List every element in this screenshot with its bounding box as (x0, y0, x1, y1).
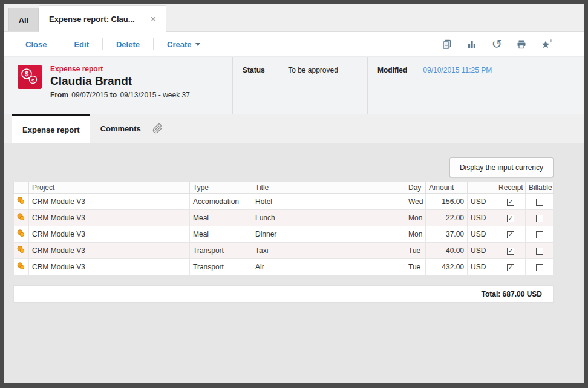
cell-amount: 432.00 (426, 259, 468, 275)
tab-expense-report[interactable]: Expense report: Clau... × (39, 5, 166, 32)
cell-type: Transport (190, 243, 252, 259)
cell-type: Meal (190, 210, 252, 226)
tab-all[interactable]: All (8, 8, 39, 31)
cell-amount: 37.00 (426, 226, 468, 243)
column-header-type[interactable]: Type (190, 182, 252, 194)
cell-currency: USD (468, 226, 495, 243)
receipt-checkbox[interactable] (507, 215, 514, 222)
cell-day: Tue (405, 259, 426, 275)
tab-all-label: All (19, 16, 29, 25)
column-header-receipt[interactable]: Receipt (495, 182, 526, 194)
expense-row[interactable]: CRM Module V3 Meal Lunch Mon 22.00 USD (14, 210, 554, 226)
cell-amount: 40.00 (426, 243, 468, 259)
status-value: To be approved (288, 66, 338, 74)
star-add-icon[interactable]: + (541, 39, 552, 50)
cell-title: Air (252, 259, 405, 275)
expense-row[interactable]: CRM Module V3 Transport Air Tue 432.00 U… (14, 259, 554, 275)
cell-currency: USD (468, 243, 495, 259)
billable-checkbox[interactable] (536, 215, 543, 222)
modified-label: Modified (377, 66, 421, 74)
billable-checkbox[interactable] (536, 199, 543, 206)
cell-currency: USD (468, 210, 495, 226)
expense-row[interactable]: CRM Module V3 Accomodation Hotel Wed 156… (14, 194, 554, 210)
expense-report-icon: $ ¢ (18, 65, 42, 89)
column-header-title[interactable]: Title (252, 182, 405, 194)
create-button[interactable]: Create (154, 40, 214, 49)
cell-title: Taxi (252, 243, 405, 259)
record-summary: $ ¢ Expense report Claudia Brandt From 0… (4, 57, 232, 114)
cell-project: CRM Module V3 (29, 259, 190, 275)
cell-title: Lunch (252, 210, 405, 226)
modified-value[interactable]: 09/10/2015 11:25 PM (423, 66, 492, 74)
table-header-row: Project Type Title Day Amount Receipt Bi… (14, 182, 554, 194)
cell-title: Hotel (252, 194, 405, 210)
cell-type: Meal (190, 226, 252, 243)
svg-text:¢: ¢ (31, 77, 34, 83)
cell-project: CRM Module V3 (29, 243, 190, 259)
column-header-currency (468, 182, 495, 194)
date-range: From 09/07/2015 to 09/13/2015 - week 37 (50, 91, 190, 99)
tab-expense-report-detail[interactable]: Expense report (12, 114, 90, 143)
svg-text:$: $ (25, 70, 28, 77)
cell-currency: USD (468, 194, 495, 210)
expense-row[interactable]: CRM Module V3 Meal Dinner Mon 37.00 USD (14, 226, 554, 243)
main-content: Display the input currency Project Type … (4, 143, 584, 383)
expenses-table: Project Type Title Day Amount Receipt Bi… (13, 182, 554, 275)
receipt-checkbox[interactable] (507, 231, 514, 238)
svg-text:+: + (550, 39, 553, 44)
page-title: Claudia Brandt (50, 74, 190, 88)
cell-amount: 156.00 (426, 194, 468, 210)
chevron-down-icon (195, 43, 200, 46)
receipt-checkbox[interactable] (507, 199, 514, 206)
receipt-checkbox[interactable] (507, 264, 514, 271)
tab-comments[interactable]: Comments (90, 114, 151, 143)
status-section: Status To be approved (232, 57, 367, 114)
total-amount: Total: 687.00 USD (482, 290, 542, 298)
coins-icon (17, 246, 25, 254)
column-header-icon (14, 182, 29, 194)
delete-button[interactable]: Delete (103, 40, 153, 49)
cell-day: Tue (405, 243, 426, 259)
cell-type: Transport (190, 259, 252, 275)
coins-icon (17, 197, 25, 205)
cell-type: Accomodation (190, 194, 252, 210)
copy-icon[interactable] (442, 39, 452, 50)
total-bar: Total: 687.00 USD (13, 285, 554, 303)
display-input-currency-button[interactable]: Display the input currency (449, 157, 554, 177)
billable-checkbox[interactable] (536, 231, 543, 238)
close-tab-icon[interactable]: × (151, 14, 156, 25)
column-header-day[interactable]: Day (405, 182, 426, 194)
edit-button[interactable]: Edit (60, 40, 102, 49)
cell-day: Wed (405, 194, 426, 210)
entity-type-label: Expense report (50, 65, 190, 73)
window-tabstrip: All Expense report: Clau... × (4, 4, 584, 32)
cell-project: CRM Module V3 (29, 194, 190, 210)
tab-expense-report-label: Expense report: Clau... (49, 15, 135, 24)
paperclip-icon[interactable] (152, 114, 163, 143)
column-header-billable[interactable]: Billable (526, 182, 554, 194)
print-icon[interactable] (516, 39, 527, 50)
column-header-amount[interactable]: Amount (426, 182, 468, 194)
receipt-checkbox[interactable] (507, 248, 514, 255)
coins-icon (17, 213, 25, 221)
cell-project: CRM Module V3 (29, 210, 190, 226)
cell-project: CRM Module V3 (29, 226, 190, 243)
toolbar: Close Edit Delete Create ↺ (4, 32, 584, 57)
column-header-project[interactable]: Project (29, 182, 190, 194)
billable-checkbox[interactable] (536, 264, 543, 271)
detail-tabstrip: Expense report Comments (4, 114, 584, 143)
expense-row[interactable]: CRM Module V3 Transport Taxi Tue 40.00 U… (14, 243, 554, 259)
toolbar-actions: Close Edit Delete Create (4, 38, 214, 50)
billable-checkbox[interactable] (536, 248, 543, 255)
coins-icon (17, 229, 25, 237)
cell-amount: 22.00 (426, 210, 468, 226)
cell-day: Mon (405, 226, 426, 243)
coins-icon (17, 262, 25, 270)
modified-section: Modified 09/10/2015 11:25 PM (367, 57, 584, 114)
close-button[interactable]: Close (12, 40, 60, 49)
cell-title: Dinner (252, 226, 405, 243)
bar-chart-icon[interactable] (466, 39, 477, 50)
toolbar-icons: ↺ + (442, 39, 552, 50)
undo-icon[interactable]: ↺ (491, 39, 502, 50)
cell-day: Mon (405, 210, 426, 226)
